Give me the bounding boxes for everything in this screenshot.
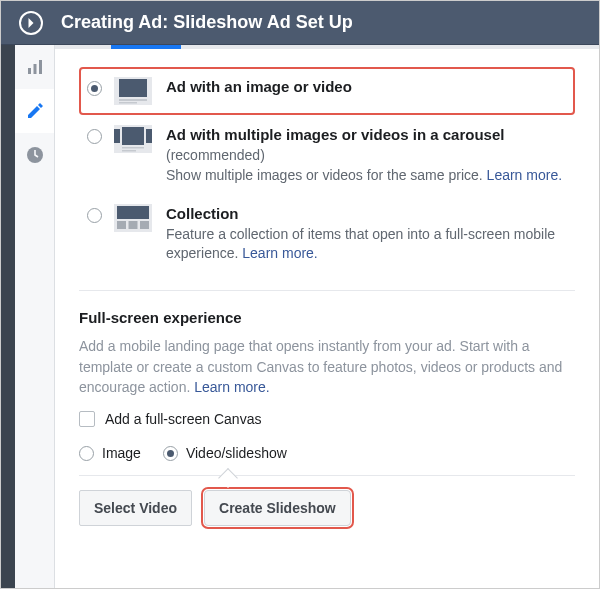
- svg-rect-2: [39, 60, 42, 74]
- fullscreen-heading: Full-screen experience: [79, 309, 575, 326]
- svg-rect-18: [140, 221, 149, 229]
- svg-rect-7: [119, 102, 137, 104]
- format-option-carousel[interactable]: Ad with multiple images or videos in a c…: [79, 115, 575, 194]
- format-option-single[interactable]: Ad with an image or video: [79, 67, 575, 115]
- nav-item-edit[interactable]: [15, 89, 54, 133]
- svg-rect-1: [33, 64, 36, 74]
- radio-collection[interactable]: [87, 208, 102, 223]
- svg-rect-15: [117, 206, 149, 219]
- left-gutter: [1, 45, 15, 588]
- svg-rect-6: [119, 99, 147, 101]
- svg-rect-10: [122, 127, 144, 145]
- svg-rect-0: [28, 68, 31, 74]
- svg-rect-9: [114, 129, 120, 143]
- svg-rect-16: [117, 221, 126, 229]
- svg-rect-5: [119, 79, 147, 97]
- progress-bar: [55, 45, 599, 49]
- media-option-image[interactable]: Image: [79, 445, 141, 461]
- page-title: Creating Ad: Slideshow Ad Set Up: [61, 12, 353, 33]
- nav-item-history[interactable]: [15, 133, 54, 177]
- bar-chart-icon: [26, 58, 44, 76]
- format-collection-desc: Feature a collection of items that open …: [166, 225, 569, 263]
- format-option-collection[interactable]: Collection Feature a collection of items…: [79, 194, 575, 272]
- media-buttons: Select Video Create Slideshow: [79, 475, 575, 526]
- radio-image[interactable]: [79, 446, 94, 461]
- format-options: Ad with an image or video Ad with multip…: [79, 67, 575, 272]
- media-option-video[interactable]: Video/slideshow: [163, 445, 287, 461]
- svg-rect-13: [122, 150, 136, 152]
- sidebar-nav: [15, 45, 55, 588]
- nav-item-results[interactable]: [15, 45, 54, 89]
- media-video-label: Video/slideshow: [186, 445, 287, 461]
- media-image-label: Image: [102, 445, 141, 461]
- radio-carousel[interactable]: [87, 129, 102, 144]
- canvas-checkbox-row[interactable]: Add a full-screen Canvas: [79, 411, 575, 427]
- media-type-selector: Image Video/slideshow: [79, 445, 575, 461]
- learn-more-link[interactable]: Learn more.: [194, 379, 269, 395]
- page-header: Creating Ad: Slideshow Ad Set Up: [1, 1, 599, 45]
- format-single-title: Ad with an image or video: [166, 77, 569, 97]
- radio-video[interactable]: [163, 446, 178, 461]
- select-video-button[interactable]: Select Video: [79, 490, 192, 526]
- content-panel: Ad with an image or video Ad with multip…: [55, 45, 599, 588]
- format-carousel-title: Ad with multiple images or videos in a c…: [166, 125, 569, 166]
- svg-rect-12: [122, 147, 144, 149]
- svg-rect-11: [146, 129, 152, 143]
- create-slideshow-button[interactable]: Create Slideshow: [204, 490, 351, 526]
- svg-rect-17: [129, 221, 138, 229]
- format-collection-title: Collection: [166, 204, 569, 224]
- section-divider: [79, 290, 575, 291]
- thumb-single-icon: [114, 77, 152, 105]
- thumb-collection-icon: [114, 204, 152, 232]
- pencil-icon: [26, 102, 44, 120]
- clock-icon: [26, 146, 44, 164]
- learn-more-link[interactable]: Learn more.: [242, 245, 317, 261]
- thumb-carousel-icon: [114, 125, 152, 153]
- format-carousel-desc: Show multiple images or videos for the s…: [166, 166, 569, 185]
- radio-single[interactable]: [87, 81, 102, 96]
- canvas-checkbox[interactable]: [79, 411, 95, 427]
- fullscreen-description: Add a mobile landing page that opens ins…: [79, 336, 575, 397]
- chevron-right-circle-icon[interactable]: [19, 11, 43, 35]
- canvas-checkbox-label: Add a full-screen Canvas: [105, 411, 261, 427]
- learn-more-link[interactable]: Learn more.: [487, 167, 562, 183]
